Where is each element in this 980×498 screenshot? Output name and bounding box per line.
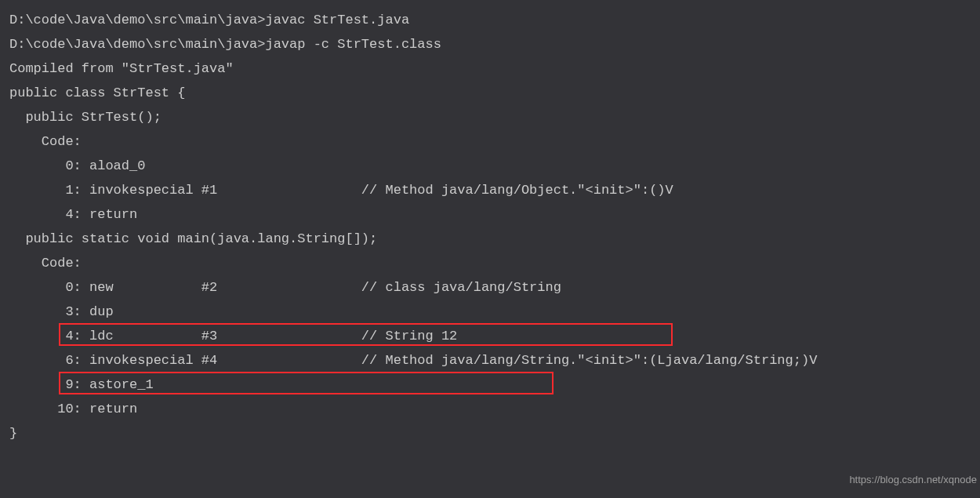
bytecode-line: 0: aload_0 xyxy=(9,154,971,178)
ctor-decl: public StrTest(); xyxy=(9,105,971,129)
class-close: } xyxy=(9,421,971,445)
class-decl: public class StrTest { xyxy=(9,81,971,105)
bytecode-line-highlighted: 4: ldc #3 // String 12 xyxy=(9,324,971,348)
bytecode-line: 9: astore_1 xyxy=(9,373,971,397)
watermark: https://blog.csdn.net/xqnode xyxy=(849,467,977,492)
bytecode-line: 3: dup xyxy=(9,300,971,324)
bytecode-line: 4: return xyxy=(9,202,971,227)
terminal-output: D:\code\Java\demo\src\main\java>javac St… xyxy=(9,8,971,445)
bytecode-line: 6: invokespecial #4 // Method java/lang/… xyxy=(9,348,971,373)
bytecode-line: 10: return xyxy=(9,397,971,421)
bytecode-line-highlighted: 0: new #2 // class java/lang/String xyxy=(9,275,971,300)
code-label: Code: xyxy=(9,251,971,275)
bytecode-line: 1: invokespecial #1 // Method java/lang/… xyxy=(9,178,971,202)
main-decl: public static void main(java.lang.String… xyxy=(9,227,971,251)
compiled-from: Compiled from "StrTest.java" xyxy=(9,56,971,81)
cmd-javap: D:\code\Java\demo\src\main\java>javap -c… xyxy=(9,32,971,56)
cmd-javac: D:\code\Java\demo\src\main\java>javac St… xyxy=(9,8,971,32)
code-label: Code: xyxy=(9,129,971,154)
